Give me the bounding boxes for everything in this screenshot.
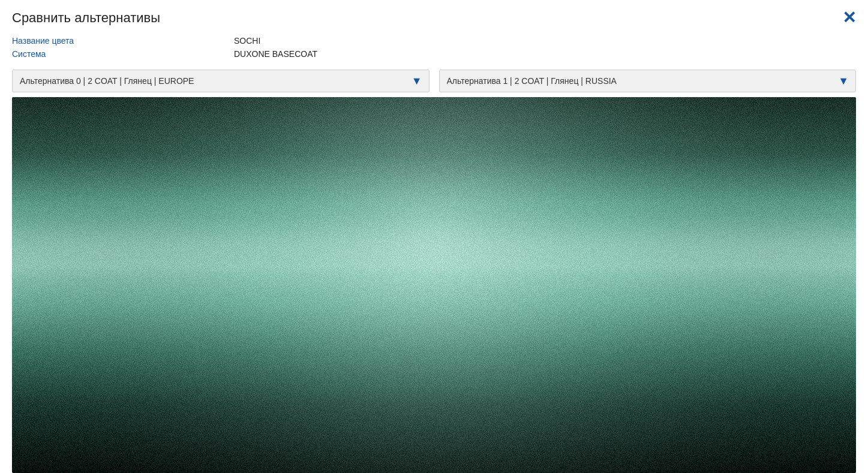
page-title: Сравнить альтернативы — [12, 10, 160, 26]
system-value: DUXONE BASECOAT — [234, 49, 317, 59]
color-name-label: Название цвета — [12, 36, 234, 46]
right-dropdown-wrapper: Альтернатива 1 | 2 COAT | Глянец | RUSSI… — [439, 70, 857, 92]
dropdowns-row: Альтернатива 0 | 2 COAT | Глянец | EUROP… — [12, 70, 856, 92]
right-dropdown[interactable]: Альтернатива 1 | 2 COAT | Глянец | RUSSI… — [439, 70, 857, 92]
paint-swatch — [12, 97, 856, 473]
close-button[interactable]: ✕ — [842, 10, 856, 26]
left-dropdown-wrapper: Альтернатива 0 | 2 COAT | Глянец | EUROP… — [12, 70, 430, 92]
system-label: Система — [12, 49, 234, 59]
color-name-row: Название цвета SOCHI — [12, 36, 856, 46]
system-row: Система DUXONE BASECOAT — [12, 49, 856, 59]
left-dropdown[interactable]: Альтернатива 0 | 2 COAT | Глянец | EUROP… — [12, 70, 430, 92]
paint-canvas — [12, 97, 856, 473]
header: Сравнить альтернативы ✕ — [12, 10, 856, 26]
color-name-value: SOCHI — [234, 36, 260, 46]
